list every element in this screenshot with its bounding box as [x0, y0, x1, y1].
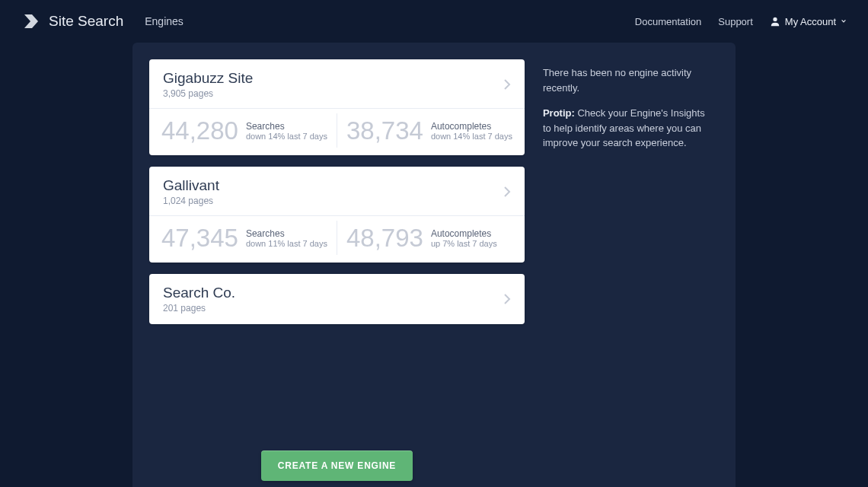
documentation-link[interactable]: Documentation [635, 16, 701, 27]
protip: Protip: Check your Engine's Insights to … [543, 106, 716, 151]
stat-label: Autocompletes [431, 228, 497, 239]
engine-title: Search Co. [163, 285, 235, 301]
brand-title: Site Search [49, 13, 123, 30]
stat-number: 47,345 [161, 225, 238, 250]
chevron-right-icon [503, 293, 511, 305]
stat-trend: down 14% last 7 days [431, 132, 512, 141]
nav-engines[interactable]: Engines [145, 15, 183, 27]
chevron-right-icon [503, 78, 511, 91]
account-label: My Account [785, 16, 836, 27]
engine-pages: 201 pages [163, 303, 235, 314]
engine-title: Gallivant [163, 177, 219, 194]
engine-title: Gigabuzz Site [163, 70, 253, 87]
stat-searches: 47,345 Searches down 11% last 7 days [152, 221, 337, 255]
sidebar: There has been no engine activity recent… [543, 59, 719, 481]
stat-label: Autocompletes [431, 121, 512, 132]
stat-number: 44,280 [161, 118, 238, 143]
svg-point-0 [773, 18, 777, 21]
engines-column: Gigabuzz Site 3,905 pages 44,280 Searche… [149, 59, 525, 481]
engine-card[interactable]: Gigabuzz Site 3,905 pages 44,280 Searche… [149, 59, 525, 155]
engines-list: Gigabuzz Site 3,905 pages 44,280 Searche… [149, 59, 525, 428]
stat-label: Searches [246, 121, 327, 132]
stat-autocompletes: 48,793 Autocompletes up 7% last 7 days [337, 221, 522, 255]
protip-label: Protip: [543, 107, 575, 119]
stat-number: 38,734 [346, 118, 423, 143]
chevron-down-icon [841, 18, 847, 24]
stat-autocompletes: 38,734 Autocompletes down 14% last 7 day… [337, 113, 522, 148]
engine-card[interactable]: Search Co. 201 pages [149, 274, 525, 324]
create-engine-button[interactable]: CREATE A NEW ENGINE [261, 450, 413, 481]
chevron-right-icon [503, 186, 511, 198]
stat-label: Searches [246, 228, 327, 239]
stat-trend: down 11% last 7 days [246, 239, 327, 248]
stat-trend: down 14% last 7 days [246, 132, 327, 141]
engine-card[interactable]: Gallivant 1,024 pages 47,345 Searches do… [149, 167, 525, 263]
user-icon [770, 16, 780, 27]
stat-number: 48,793 [346, 225, 423, 250]
main-container: Gigabuzz Site 3,905 pages 44,280 Searche… [132, 43, 736, 487]
app-header: Site Search Engines Documentation Suppor… [0, 0, 868, 43]
account-menu[interactable]: My Account [770, 16, 847, 27]
support-link[interactable]: Support [718, 16, 753, 27]
activity-notice: There has been no engine activity recent… [543, 65, 716, 95]
engine-pages: 1,024 pages [163, 196, 219, 206]
logo-icon [21, 11, 41, 31]
engine-pages: 3,905 pages [163, 88, 253, 99]
stat-trend: up 7% last 7 days [431, 239, 497, 248]
stat-searches: 44,280 Searches down 14% last 7 days [152, 113, 337, 148]
